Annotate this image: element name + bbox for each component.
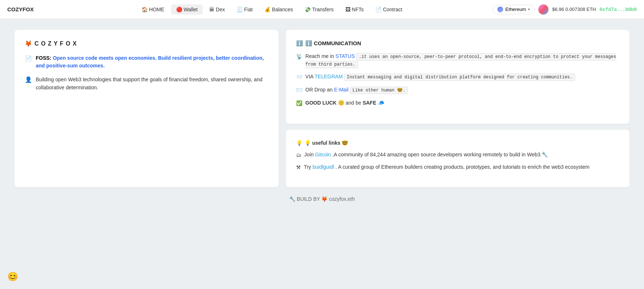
left-card: 🦊 C O Z Y F O X 📄 FOSS: Open source code… bbox=[15, 30, 279, 187]
email-description: Like other human 🤓. bbox=[350, 87, 408, 94]
header: COZYFOX 🏠 HOME 🔴 Wallet 🏛 Dex 🧾 Fiat 💰 B… bbox=[0, 0, 644, 19]
content-grid: 🦊 C O Z Y F O X 📄 FOSS: Open source code… bbox=[15, 30, 629, 187]
comm-row-goodluck: ✅ GOOD LUCK 🙂 and be SAFE 🧢 bbox=[296, 99, 619, 107]
signal-icon: 📡 bbox=[296, 53, 302, 60]
foss-row: 📄 FOSS: Open source code meets open econ… bbox=[25, 54, 268, 70]
nav-nfts[interactable]: 🖼 NFTs bbox=[340, 4, 369, 15]
emoji-corner: 😊 bbox=[7, 272, 18, 282]
comm-row-telegram: 📨 VIA TELEGRAM Instant messaging and dig… bbox=[296, 73, 619, 81]
footer-text: 🔧 BUILD BY 🦊 cozyfox.eth bbox=[289, 196, 355, 202]
checkmark-icon: ✅ bbox=[296, 99, 302, 107]
page-background: 🦊 C O Z Y F O X 📄 FOSS: Open source code… bbox=[0, 19, 644, 289]
chevron-down-icon: ▾ bbox=[528, 7, 530, 11]
gitcoin-icon: 🗂 bbox=[296, 151, 301, 159]
price-display: $6.96 0.007308 ETH bbox=[552, 7, 596, 12]
goodluck-text: GOOD LUCK 🙂 and be SAFE 🧢 bbox=[305, 99, 384, 107]
person-icon: 👤 bbox=[25, 76, 32, 83]
document-icon: 📄 bbox=[25, 55, 32, 62]
brand-title: 🦊 C O Z Y F O X bbox=[25, 40, 268, 47]
building-text: Building open Web3 technologies that sup… bbox=[36, 75, 268, 92]
info-icon: ℹ️ bbox=[296, 40, 303, 47]
network-label: Ethereum bbox=[505, 7, 526, 12]
status-link[interactable]: STATUS bbox=[335, 53, 355, 59]
email-link[interactable]: E-Mail bbox=[334, 87, 349, 93]
nav-wallet[interactable]: 🔴 Wallet bbox=[171, 4, 203, 15]
gitcoin-row: 🗂 Join Gitcoin .A community of 84,244 am… bbox=[296, 151, 619, 159]
gitcoin-link[interactable]: Gitcoin bbox=[315, 152, 331, 157]
bulb-icon: 💡 bbox=[296, 140, 302, 146]
gitcoin-description: .A community of 84,244 amazing open sour… bbox=[332, 152, 548, 157]
logo: COZYFOX bbox=[7, 6, 51, 12]
useful-links-card: 💡 💡 useful links 🤓 🗂 Join Gitcoin .A com… bbox=[286, 130, 629, 187]
network-selector[interactable]: Ethereum ▾ bbox=[493, 5, 535, 14]
nav-balances[interactable]: 💰 Balances bbox=[259, 4, 298, 15]
buidl-row: ⚒ Try buidlguidl . A curated group of Et… bbox=[296, 163, 619, 171]
nav-dex[interactable]: 🏛 Dex bbox=[204, 4, 230, 15]
buidl-description: . A curated group of Ethereum builders c… bbox=[335, 164, 590, 170]
buidl-link[interactable]: buidlguidl bbox=[313, 164, 334, 170]
comm-row-status: 📡 Reach me in STATUS .it uses an open-so… bbox=[296, 52, 619, 68]
email-icon: ✉️ bbox=[296, 86, 302, 94]
wallet-address[interactable]: 0xfd7a...b0b0 bbox=[600, 7, 637, 12]
foss-text: FOSS: Open source code meets open econom… bbox=[36, 54, 268, 70]
main-nav: 🏠 HOME 🔴 Wallet 🏛 Dex 🧾 Fiat 💰 Balances … bbox=[51, 4, 493, 15]
nav-transfers[interactable]: 💸 Transfers bbox=[299, 4, 338, 15]
telegram-icon: 📨 bbox=[296, 73, 302, 81]
avatar[interactable] bbox=[538, 4, 548, 15]
building-row: 👤 Building open Web3 technologies that s… bbox=[25, 75, 268, 92]
comm-title: ℹ️ ℹ️ COMMUNICATION bbox=[296, 40, 619, 47]
useful-links-title: 💡 💡 useful links 🤓 bbox=[296, 140, 619, 146]
nav-home[interactable]: 🏠 HOME bbox=[136, 4, 170, 15]
header-right: Ethereum ▾ $6.96 0.007308 ETH 0xfd7a...b… bbox=[493, 4, 637, 15]
foss-link[interactable]: Open source code meets open economies. B… bbox=[36, 55, 264, 69]
foss-label: FOSS: bbox=[36, 55, 51, 61]
nav-fiat[interactable]: 🧾 Fiat bbox=[232, 4, 258, 15]
buidl-icon: ⚒ bbox=[296, 164, 301, 171]
telegram-link[interactable]: TELEGRAM bbox=[315, 74, 343, 79]
comm-row-email: ✉️ OR Drop an E-Mail Like other human 🤓. bbox=[296, 86, 619, 94]
communication-card: ℹ️ ℹ️ COMMUNICATION 📡 Reach me in STATUS… bbox=[286, 30, 629, 124]
ethereum-icon bbox=[497, 7, 503, 12]
footer: 🔧 BUILD BY 🦊 cozyfox.eth bbox=[15, 187, 629, 211]
telegram-description: Instant messaging and digital distributi… bbox=[344, 74, 575, 81]
nav-contract[interactable]: 📄 Contract bbox=[370, 4, 407, 15]
